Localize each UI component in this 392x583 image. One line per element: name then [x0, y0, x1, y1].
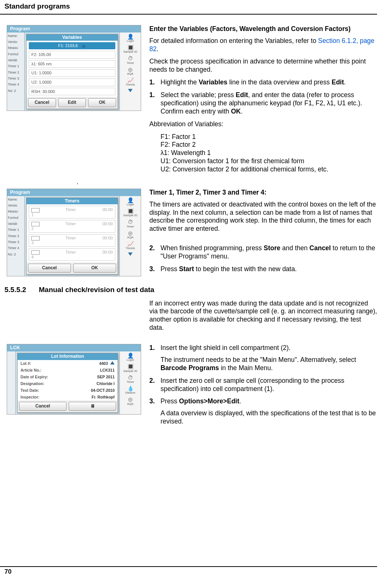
sample-id-icon: 🔳 [127, 44, 134, 50]
fig1-side-8: Timer 4 [8, 83, 24, 86]
fig1-side-9: No: 2 [8, 89, 24, 93]
step-number: 3. [149, 397, 161, 426]
variables-ok-button[interactable]: OK [88, 98, 116, 107]
period-marker: . [0, 178, 78, 186]
fig1-row-rsh: RSH: 30.000 [31, 89, 55, 94]
lot-step-2: Insert the zero cell or sample cell (cor… [161, 377, 377, 393]
variables-modal-title: Variables [27, 34, 118, 41]
timer-icon: ⏱ [128, 55, 133, 61]
variables-screenshot: Program Name: Versio Measu Formul Variab… [7, 25, 141, 111]
step-number: 3. [149, 265, 161, 273]
lot-info-modal-title: Lot Information [18, 353, 118, 360]
timers-step-2: When finished programming, press Store a… [161, 244, 377, 261]
lot-cancel-button[interactable]: Cancel [19, 402, 66, 411]
timer-icon: ⏱ [128, 375, 133, 381]
computer-icon: 🖥 [90, 403, 95, 409]
step-number: 2. [149, 244, 161, 261]
fig1-row-l1: λ1: 605 nm [31, 62, 52, 66]
subsection-heading: 5.5.5.2 Manual check/revision of test da… [4, 285, 377, 294]
variables-heading: Enter the Variables (Factors, Wavelength… [149, 25, 377, 33]
lot-step-3: Press Options>More>Edit. A data overview… [161, 397, 377, 426]
timer-3-checkbox[interactable] [31, 236, 40, 241]
timers-step-3: Press Start to begin the test with the n… [161, 265, 377, 273]
login-icon: 👤 [127, 197, 134, 203]
timer-1-checkbox[interactable] [31, 208, 40, 213]
login-icon: 👤 [127, 353, 134, 359]
aqa-icon: ◎ [128, 66, 133, 72]
fig1-side-3: Formul [8, 52, 24, 56]
page-number: 70 [0, 566, 377, 576]
fig1-side-7: Timer 3 [8, 77, 24, 80]
fig1-side-2: Measu [8, 46, 24, 50]
sample-id-icon: 🔳 [127, 208, 134, 214]
variables-cancel-button[interactable]: Cancel [28, 98, 56, 107]
step-number: 1. [149, 78, 161, 87]
lot-step-1: Insert the light shield in cell compartm… [161, 344, 377, 372]
variables-step-2: Select the variable; press Edit, and ent… [161, 91, 377, 116]
variables-edit-button[interactable]: Edit [58, 98, 86, 107]
lot-pc-button[interactable]: 🖥 [69, 402, 116, 411]
scroll-up-icon [81, 44, 86, 47]
fig1-side-0: Name: [8, 34, 24, 38]
sample-id-icon: 🔳 [127, 363, 134, 369]
fig1-side-1: Versio [8, 40, 24, 44]
trends-icon: 📈 [127, 77, 134, 83]
timer-2-checkbox[interactable] [31, 222, 40, 226]
fig1-row-f1: F1: 2103,6 [58, 43, 78, 48]
login-icon: 👤 [127, 34, 134, 40]
scroll-up-icon [110, 361, 115, 365]
timer-icon: ⏱ [128, 219, 133, 225]
fig1-side-5: Timer 1 [8, 64, 24, 68]
trends-icon: 📈 [127, 241, 134, 247]
dilution-icon: 💧 [127, 385, 134, 391]
fig1-row-u2: U2: 1.0000 [31, 80, 52, 85]
timers-cancel-button[interactable]: Cancel [28, 264, 71, 273]
fig1-program-bar: Program [7, 25, 141, 32]
scroll-down-icon [128, 89, 133, 92]
step-number: 2. [149, 377, 161, 393]
fig1-row-u1: U1: 1.0000 [31, 71, 52, 75]
aqa-icon: ◎ [128, 396, 133, 402]
fig1-row-f2: F2: 105.00 [31, 52, 51, 57]
step-number: 1. [149, 91, 161, 116]
timers-ok-button[interactable]: OK [73, 264, 116, 273]
variables-check-spec: Check the process specification in advan… [149, 58, 377, 74]
timer-4-checkbox[interactable] [31, 250, 40, 255]
subsection-intro: If an incorrect entry was made during th… [149, 300, 377, 332]
fig2-program-bar: Program [7, 189, 141, 196]
timers-desc: The timers are activated or deactivated … [149, 201, 377, 233]
fig1-side-6: Timer 2 [8, 71, 24, 74]
timers-modal-title: Timers [27, 198, 118, 205]
scroll-down-icon [128, 252, 133, 256]
variables-intro: For detailed information on entering the… [149, 37, 377, 53]
step-number: 1. [149, 344, 161, 372]
fig1-side-4: Variab [8, 58, 24, 62]
variables-step-1: Highlight the Variables line in the data… [161, 78, 377, 87]
abbrev-heading: Abbreviation of Variables: [149, 120, 377, 128]
timers-heading: Timer 1, Timer 2, Timer 3 and Timer 4: [149, 189, 377, 197]
timers-screenshot: Program Name: Versio Measu Formul Variab… [7, 189, 141, 276]
abbreviation-list: F1: Factor 1 F2: Factor 2 λ1: Wavelength… [161, 133, 377, 174]
aqa-icon: ◎ [128, 230, 133, 236]
running-head: Standard programs [0, 0, 377, 15]
fig3-top-bar: LCK [7, 344, 141, 351]
lot-info-screenshot: LCK Lot Information Lot #:4403 Article N… [7, 344, 141, 415]
